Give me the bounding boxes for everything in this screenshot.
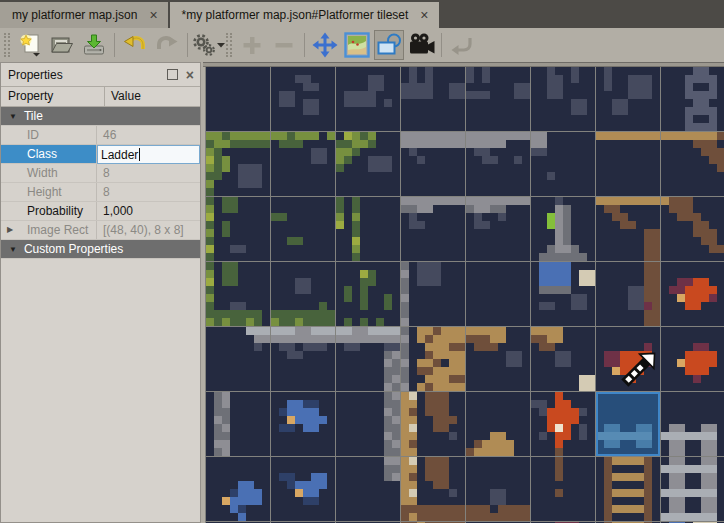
new-file-button[interactable] [15,30,45,60]
property-value: 1,000 [103,204,133,218]
expand-arrow-icon[interactable]: ▶ [7,221,13,239]
terrain-sets-button[interactable] [193,30,223,60]
float-panel-icon[interactable] [167,69,178,80]
plus-icon [239,32,265,58]
property-value: 8 [103,185,110,199]
save-file-button[interactable] [79,30,109,60]
gears-dropdown-icon [190,32,226,58]
property-row-image-rect[interactable]: ▶Image Rect[(48, 40), 8 x 8] [1,221,200,240]
new-file-icon [17,32,43,58]
property-row-class[interactable]: ClassLadder [1,145,200,164]
open-file-button[interactable] [47,30,77,60]
toolbar-drag-handle[interactable] [4,33,10,57]
rect-circle-icon [375,32,403,58]
jump-back-button [447,30,477,60]
property-group-custom-properties[interactable]: ▼Custom Properties [1,240,200,259]
property-row-height[interactable]: Height8 [1,183,200,202]
tab-close-icon[interactable]: × [149,8,157,22]
undo-button[interactable] [120,30,150,60]
property-name: Width [27,166,58,180]
tab-my-platformer-map-json-platformer-tileset[interactable]: *my platformer map.json#Platformer tiles… [170,2,439,28]
remove-tiles-button [269,30,299,60]
collapse-arrow-icon[interactable]: ▼ [9,245,17,254]
properties-column-headers: Property Value [1,86,200,107]
value-column-header: Value [105,87,200,106]
properties-panel: Properties × Property Value ▼TileID46Cla… [0,62,201,523]
add-tiles-button [237,30,267,60]
property-group-tile[interactable]: ▼Tile [1,107,200,126]
redo-button [152,30,182,60]
select-objects-button[interactable] [374,30,404,60]
property-row-width[interactable]: Width8 [1,164,200,183]
redo-arrow-icon [154,32,180,58]
undo-arrow-icon [122,32,148,58]
film-camera-icon [406,32,436,58]
minus-icon [271,32,297,58]
edit-tileset-button[interactable] [342,30,372,60]
tab-close-icon[interactable]: × [420,8,428,22]
property-row-probability[interactable]: Probability1,000 [1,202,200,221]
toolbar-drag-handle[interactable] [226,33,232,57]
tile-animation-button[interactable] [406,30,436,60]
property-name: Class [27,147,57,161]
toolbar-separator [304,33,305,57]
property-name: Height [27,185,62,199]
class-value-editbox[interactable]: Ladder [97,145,200,164]
return-arrow-icon [449,32,475,58]
tileset-image-icon [344,32,370,58]
property-name: Probability [27,204,83,218]
tab-my-platformer-map-json[interactable]: my platformer map.json× [0,2,168,28]
property-value: 46 [103,128,116,142]
group-label: Tile [24,109,43,123]
save-icon [81,32,107,58]
collapse-arrow-icon[interactable]: ▼ [9,112,17,121]
property-value: 8 [103,166,110,180]
properties-panel-titlebar: Properties × [1,63,200,86]
property-name: ID [27,128,39,142]
tab-label: my platformer map.json [12,8,137,22]
move-tiles-button[interactable] [310,30,340,60]
main-toolbar [0,28,724,62]
text-caret [139,148,140,161]
property-value: [(48, 40), 8 x 8] [103,223,184,237]
property-name: Image Rect [27,223,88,237]
group-label: Custom Properties [24,242,123,256]
property-row-id[interactable]: ID46 [1,126,200,145]
toolbar-separator [441,33,442,57]
editbox-text: Ladder [101,146,138,164]
property-column-header: Property [1,87,105,106]
toolbar-separator [114,33,115,57]
toolbar-separator [187,33,188,57]
tileset-view[interactable] [203,62,724,523]
open-folder-icon [49,32,75,58]
close-panel-icon[interactable]: × [186,68,194,82]
move-arrows-icon [312,32,338,58]
properties-panel-title: Properties [8,68,167,82]
property-rows: ▼TileID46ClassLadderWidth8Height8Probabi… [1,107,200,259]
tiled-app-window: my platformer map.json×*my platformer ma… [0,0,724,523]
document-tab-bar: my platformer map.json×*my platformer ma… [0,0,724,28]
tab-label: *my platformer map.json#Platformer tiles… [182,8,409,22]
